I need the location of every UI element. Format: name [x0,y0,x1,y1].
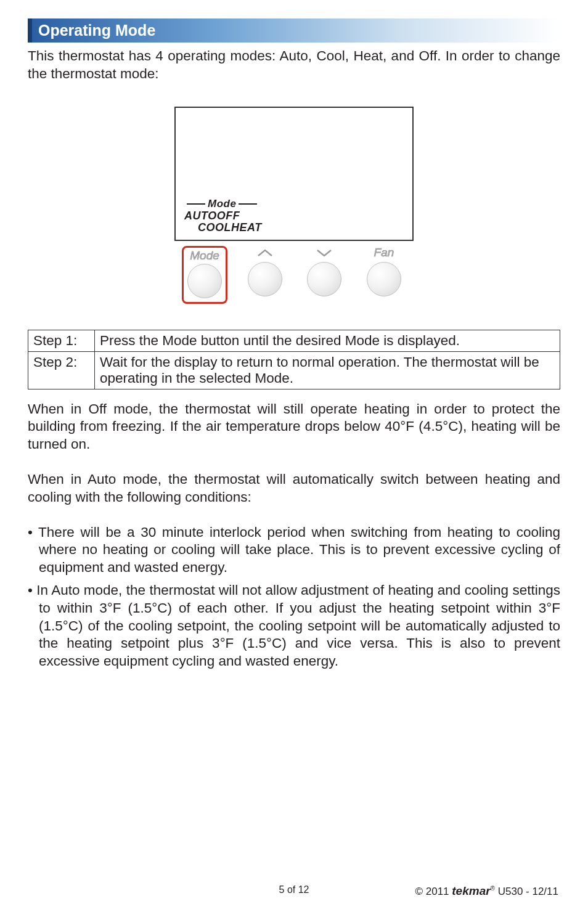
list-item: In Auto mode, the thermostat will not al… [28,582,560,671]
lcd-screen: Mode AUTOOFF COOLHEAT [174,107,414,241]
copyright: © 2011 [415,886,449,897]
doc-id: U530 - 12/11 [495,886,558,897]
lcd-auto-off: AUTOOFF [184,210,262,222]
page-number: 5 of 12 [279,884,309,895]
step-label: Step 1: [28,330,95,351]
brand-name: tekmar [452,884,490,897]
registered-mark: ® [491,885,495,892]
lcd-mode-word: Mode [208,198,236,210]
chevron-up-icon [257,246,273,259]
table-row: Step 2: Wait for the display to return t… [28,351,560,389]
thermostat-diagram: Mode AUTOOFF COOLHEAT Mode [28,107,560,304]
fan-button-label: Fan [374,246,394,259]
mode-button-label: Mode [190,249,219,263]
step-text: Press the Mode button until the desired … [95,330,560,351]
mode-button-highlight: Mode [182,246,227,304]
conditions-list: There will be a 30 minute interlock peri… [28,524,560,671]
step-text: Wait for the display to return to normal… [95,351,560,389]
page-footer: 5 of 12 © 2011 tekmar® U530 - 12/11 [0,884,588,898]
down-button[interactable] [307,262,341,296]
button-row: Mode Fan [174,241,414,304]
chevron-down-icon [316,246,332,259]
mode-button[interactable] [187,264,222,298]
step-label: Step 2: [28,351,95,389]
up-button[interactable] [248,262,282,296]
off-mode-paragraph: When in Off mode, the thermostat will st… [28,401,560,454]
lcd-cool-heat: COOLHEAT [184,222,262,234]
table-row: Step 1: Press the Mode button until the … [28,330,560,351]
footer-right: © 2011 tekmar® U530 - 12/11 [415,884,558,898]
section-header: Operating Mode [28,18,560,43]
fan-button[interactable] [367,262,401,296]
auto-mode-intro: When in Auto mode, the thermostat will a… [28,471,560,507]
lcd-mode-line: Mode [184,198,262,210]
steps-table: Step 1: Press the Mode button until the … [28,330,560,389]
list-item: There will be a 30 minute interlock peri… [28,524,560,577]
intro-paragraph: This thermostat has 4 operating modes: A… [28,47,560,83]
